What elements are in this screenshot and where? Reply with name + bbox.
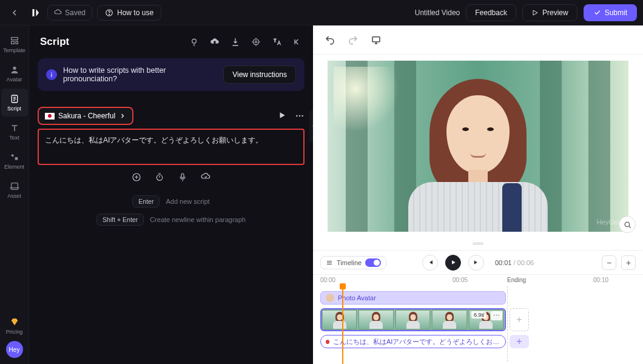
feedback-button[interactable]: Feedback [466, 4, 516, 21]
play-script-button[interactable] [278, 111, 286, 121]
timeline-toggle[interactable] [365, 258, 381, 267]
play-button[interactable] [445, 255, 461, 271]
add-clip-button[interactable]: + [510, 308, 529, 331]
nav-element[interactable]: Element [1, 147, 28, 175]
voice-selector[interactable]: Sakura - Cheerful [38, 107, 133, 125]
script-text-input[interactable]: こんにちは、私はAIアバターです。どうぞよろしくお願いします。 [38, 129, 305, 165]
redo-button[interactable] [347, 34, 359, 46]
svg-point-12 [255, 41, 257, 42]
svg-point-8 [11, 154, 13, 157]
device-preview-button[interactable] [370, 34, 382, 46]
translate-icon[interactable] [272, 37, 281, 47]
add-caption-button[interactable]: + [510, 335, 529, 348]
next-button[interactable] [468, 255, 484, 271]
kbd-hint-row: Enter Add new script [132, 195, 209, 207]
zoom-fit-button[interactable] [619, 216, 636, 233]
idea-icon[interactable] [189, 37, 199, 47]
record-dot-icon [326, 340, 329, 344]
collapse-in-icon[interactable] [292, 37, 302, 47]
main-area: Template Avatar Script Text Element Asse… [0, 25, 643, 364]
nav-label: Template [3, 47, 25, 53]
watermark: HeyGen [597, 218, 621, 226]
nav-text[interactable]: Text [1, 118, 28, 146]
svg-rect-9 [15, 157, 18, 160]
video-canvas[interactable]: HeyGen [328, 61, 628, 232]
script-panel-title: Script [40, 36, 69, 48]
microphone-button[interactable] [178, 172, 187, 182]
nav-avatar[interactable]: Avatar [1, 59, 28, 87]
chevron-right-icon [119, 112, 126, 120]
help-icon [105, 8, 113, 17]
script-icon [9, 93, 20, 104]
ai-icon[interactable] [251, 37, 261, 47]
nav-script[interactable]: Script [1, 89, 28, 116]
nav-asset[interactable]: Asset [1, 176, 28, 204]
kbd-shift-enter: Shift + Enter [96, 214, 144, 226]
svg-point-20 [625, 222, 630, 227]
playhead[interactable] [342, 286, 343, 364]
undo-button[interactable] [324, 34, 336, 46]
panel-resize-handle[interactable]: ══ [313, 237, 643, 250]
play-outline-icon [531, 9, 539, 16]
preview-and-timeline: HeyGen ══ Timeline 00:01 / 00:06 − + [313, 25, 643, 364]
avatar-track-header[interactable]: Photo Avatar [320, 291, 506, 305]
avatar-preview-image: HeyGen [328, 61, 628, 232]
kbd-enter-desc: Add new script [166, 198, 209, 205]
nav-pricing[interactable]: Pricing [1, 312, 28, 340]
canvas-toolbar [313, 25, 643, 55]
timeline-chip-label: Timeline [337, 259, 362, 266]
user-avatar-button[interactable]: Hey [6, 341, 23, 358]
hint-text: How to write scripts with better pronoun… [63, 66, 217, 83]
zoom-in-button[interactable]: + [621, 255, 636, 270]
caption-clip[interactable]: こんにちは、私はAIアバターです。どうぞよろしくお願いします。 [320, 335, 506, 348]
project-title[interactable]: Untitled Video [415, 8, 460, 17]
svg-rect-4 [11, 41, 14, 44]
nav-label: Element [4, 164, 24, 170]
download-icon[interactable] [231, 37, 240, 47]
view-instructions-button[interactable]: View instructions [223, 66, 296, 84]
nav-label: Text [9, 135, 19, 141]
kbd-hint-row: Shift + Enter Create newline within para… [96, 214, 246, 226]
svg-point-14 [299, 115, 300, 116]
cloud-upload-icon[interactable] [210, 37, 220, 47]
caption-track: こんにちは、私はAIアバターです。どうぞよろしくお願いします。 + [320, 335, 636, 348]
prev-button[interactable] [422, 255, 438, 271]
pace-button[interactable] [155, 172, 164, 182]
clip-duration-badge: 6.9s [471, 311, 486, 318]
check-icon [593, 8, 601, 16]
clip-menu-button[interactable]: ⋯ [491, 311, 502, 320]
back-button[interactable] [6, 4, 23, 21]
more-options-button[interactable] [295, 111, 305, 121]
topbar-left: Saved How to use [6, 4, 161, 21]
timeline-ruler[interactable]: 00:00 00:05 Ending 00:10 [313, 274, 643, 286]
how-to-use-button[interactable]: How to use [97, 5, 161, 21]
video-clip[interactable]: 1 6.9s ⋯ [320, 308, 506, 331]
svg-rect-5 [16, 41, 18, 44]
zoom-out-button[interactable]: − [602, 255, 616, 270]
preview-button[interactable]: Preview [522, 4, 577, 21]
voice-row-actions [278, 111, 305, 121]
nav-template[interactable]: Template [1, 30, 28, 58]
template-icon [9, 35, 20, 46]
add-block-button[interactable] [132, 172, 141, 182]
submit-button[interactable]: Submit [584, 4, 637, 21]
voice-name: Sakura - Cheerful [58, 112, 115, 120]
nav-label: Avatar [7, 76, 22, 83]
saved-indicator[interactable]: Saved [47, 5, 92, 21]
svg-point-11 [253, 39, 258, 44]
ruler-tick: 00:10 [593, 277, 608, 283]
avatar-track-label: Photo Avatar [338, 294, 376, 302]
svg-rect-19 [372, 36, 380, 41]
cloud-sync-button[interactable] [201, 172, 210, 182]
svg-point-13 [296, 115, 297, 116]
ruler-tick: 00:00 [320, 277, 335, 283]
keyboard-hints: Enter Add new script Shift + Enter Creat… [29, 190, 313, 226]
timeline-mode-chip[interactable]: Timeline [320, 256, 386, 269]
caption-text: こんにちは、私はAIアバターです。どうぞよろしくお願いします。 [333, 337, 500, 346]
nav-label: Script [7, 106, 21, 112]
howto-label: How to use [117, 8, 153, 17]
svg-rect-0 [33, 9, 35, 16]
svg-point-2 [109, 14, 110, 15]
asset-icon [9, 181, 20, 192]
timeline-zoom-controls: − + [602, 255, 636, 270]
